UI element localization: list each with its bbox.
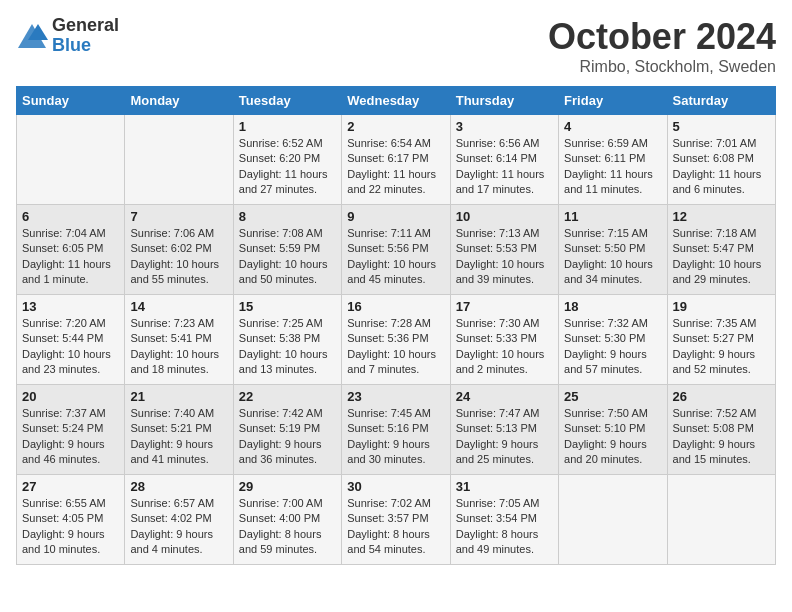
header-cell-thursday: Thursday	[450, 87, 558, 115]
day-info-line: Sunset: 6:20 PM	[239, 152, 320, 164]
day-info-line: Sunrise: 6:59 AM	[564, 137, 648, 149]
day-info: Sunrise: 6:52 AMSunset: 6:20 PMDaylight:…	[239, 136, 336, 198]
day-info-line: Sunset: 5:30 PM	[564, 332, 645, 344]
day-cell: 19Sunrise: 7:35 AMSunset: 5:27 PMDayligh…	[667, 295, 775, 385]
header-row: SundayMondayTuesdayWednesdayThursdayFrid…	[17, 87, 776, 115]
day-info-line: Daylight: 9 hours and 20 minutes.	[564, 438, 647, 465]
day-info-line: Sunrise: 7:25 AM	[239, 317, 323, 329]
day-info-line: Sunset: 5:53 PM	[456, 242, 537, 254]
header-cell-saturday: Saturday	[667, 87, 775, 115]
day-info-line: Daylight: 9 hours and 46 minutes.	[22, 438, 105, 465]
day-info: Sunrise: 7:00 AMSunset: 4:00 PMDaylight:…	[239, 496, 336, 558]
day-info: Sunrise: 7:42 AMSunset: 5:19 PMDaylight:…	[239, 406, 336, 468]
page-header: General Blue October 2024 Rimbo, Stockho…	[16, 16, 776, 76]
day-info-line: Sunrise: 6:54 AM	[347, 137, 431, 149]
day-info-line: Daylight: 11 hours and 17 minutes.	[456, 168, 545, 195]
day-info: Sunrise: 7:04 AMSunset: 6:05 PMDaylight:…	[22, 226, 119, 288]
day-cell	[667, 475, 775, 565]
day-info-line: Sunset: 5:44 PM	[22, 332, 103, 344]
day-info-line: Sunrise: 7:02 AM	[347, 497, 431, 509]
day-info: Sunrise: 7:20 AMSunset: 5:44 PMDaylight:…	[22, 316, 119, 378]
day-number: 16	[347, 299, 444, 314]
day-cell: 25Sunrise: 7:50 AMSunset: 5:10 PMDayligh…	[559, 385, 667, 475]
day-number: 14	[130, 299, 227, 314]
day-number: 11	[564, 209, 661, 224]
day-info-line: Sunset: 3:54 PM	[456, 512, 537, 524]
calendar-header: SundayMondayTuesdayWednesdayThursdayFrid…	[17, 87, 776, 115]
day-number: 9	[347, 209, 444, 224]
day-info-line: Daylight: 10 hours and 23 minutes.	[22, 348, 111, 375]
day-info-line: Daylight: 10 hours and 45 minutes.	[347, 258, 436, 285]
day-cell: 13Sunrise: 7:20 AMSunset: 5:44 PMDayligh…	[17, 295, 125, 385]
day-info: Sunrise: 7:52 AMSunset: 5:08 PMDaylight:…	[673, 406, 770, 468]
day-cell: 8Sunrise: 7:08 AMSunset: 5:59 PMDaylight…	[233, 205, 341, 295]
logo-general-text: General	[52, 16, 119, 36]
calendar-table: SundayMondayTuesdayWednesdayThursdayFrid…	[16, 86, 776, 565]
day-number: 13	[22, 299, 119, 314]
day-info-line: Daylight: 8 hours and 54 minutes.	[347, 528, 430, 555]
day-number: 17	[456, 299, 553, 314]
day-info-line: Sunset: 5:13 PM	[456, 422, 537, 434]
day-info-line: Sunrise: 7:01 AM	[673, 137, 757, 149]
day-cell	[125, 115, 233, 205]
header-cell-tuesday: Tuesday	[233, 87, 341, 115]
day-number: 15	[239, 299, 336, 314]
day-info-line: Sunset: 5:33 PM	[456, 332, 537, 344]
day-cell: 27Sunrise: 6:55 AMSunset: 4:05 PMDayligh…	[17, 475, 125, 565]
day-cell: 7Sunrise: 7:06 AMSunset: 6:02 PMDaylight…	[125, 205, 233, 295]
day-cell: 23Sunrise: 7:45 AMSunset: 5:16 PMDayligh…	[342, 385, 450, 475]
day-info-line: Sunrise: 7:45 AM	[347, 407, 431, 419]
day-info: Sunrise: 7:50 AMSunset: 5:10 PMDaylight:…	[564, 406, 661, 468]
day-info-line: Sunrise: 7:08 AM	[239, 227, 323, 239]
day-info: Sunrise: 6:56 AMSunset: 6:14 PMDaylight:…	[456, 136, 553, 198]
day-cell: 11Sunrise: 7:15 AMSunset: 5:50 PMDayligh…	[559, 205, 667, 295]
logo: General Blue	[16, 16, 119, 56]
day-info-line: Sunset: 5:16 PM	[347, 422, 428, 434]
day-info-line: Sunrise: 6:56 AM	[456, 137, 540, 149]
day-info-line: Daylight: 11 hours and 1 minute.	[22, 258, 111, 285]
day-cell: 29Sunrise: 7:00 AMSunset: 4:00 PMDayligh…	[233, 475, 341, 565]
day-info-line: Daylight: 9 hours and 15 minutes.	[673, 438, 756, 465]
day-info-line: Sunset: 5:08 PM	[673, 422, 754, 434]
day-info-line: Sunrise: 7:47 AM	[456, 407, 540, 419]
day-cell	[559, 475, 667, 565]
day-info-line: Sunset: 6:14 PM	[456, 152, 537, 164]
day-info-line: Sunset: 4:00 PM	[239, 512, 320, 524]
day-info-line: Sunrise: 7:30 AM	[456, 317, 540, 329]
logo-text: General Blue	[52, 16, 119, 56]
day-info: Sunrise: 7:28 AMSunset: 5:36 PMDaylight:…	[347, 316, 444, 378]
day-info: Sunrise: 6:55 AMSunset: 4:05 PMDaylight:…	[22, 496, 119, 558]
day-cell: 20Sunrise: 7:37 AMSunset: 5:24 PMDayligh…	[17, 385, 125, 475]
day-info-line: Sunrise: 7:35 AM	[673, 317, 757, 329]
day-number: 2	[347, 119, 444, 134]
day-info-line: Daylight: 9 hours and 52 minutes.	[673, 348, 756, 375]
day-info-line: Sunset: 5:24 PM	[22, 422, 103, 434]
day-number: 29	[239, 479, 336, 494]
day-info-line: Sunrise: 7:04 AM	[22, 227, 106, 239]
day-number: 7	[130, 209, 227, 224]
day-number: 31	[456, 479, 553, 494]
week-row-3: 13Sunrise: 7:20 AMSunset: 5:44 PMDayligh…	[17, 295, 776, 385]
day-number: 1	[239, 119, 336, 134]
day-info-line: Sunrise: 6:57 AM	[130, 497, 214, 509]
day-cell: 9Sunrise: 7:11 AMSunset: 5:56 PMDaylight…	[342, 205, 450, 295]
day-number: 28	[130, 479, 227, 494]
day-info-line: Sunrise: 6:52 AM	[239, 137, 323, 149]
day-info-line: Daylight: 9 hours and 30 minutes.	[347, 438, 430, 465]
day-cell: 6Sunrise: 7:04 AMSunset: 6:05 PMDaylight…	[17, 205, 125, 295]
day-number: 24	[456, 389, 553, 404]
day-info-line: Sunset: 4:05 PM	[22, 512, 103, 524]
day-number: 19	[673, 299, 770, 314]
month-title: October 2024	[548, 16, 776, 58]
day-info: Sunrise: 7:05 AMSunset: 3:54 PMDaylight:…	[456, 496, 553, 558]
day-info-line: Sunset: 6:05 PM	[22, 242, 103, 254]
day-cell: 14Sunrise: 7:23 AMSunset: 5:41 PMDayligh…	[125, 295, 233, 385]
day-info-line: Sunrise: 7:42 AM	[239, 407, 323, 419]
day-info-line: Sunset: 5:50 PM	[564, 242, 645, 254]
day-info-line: Sunrise: 7:11 AM	[347, 227, 431, 239]
day-info-line: Sunset: 6:02 PM	[130, 242, 211, 254]
day-info-line: Sunrise: 7:05 AM	[456, 497, 540, 509]
day-info-line: Sunrise: 7:00 AM	[239, 497, 323, 509]
header-cell-wednesday: Wednesday	[342, 87, 450, 115]
day-info: Sunrise: 7:02 AMSunset: 3:57 PMDaylight:…	[347, 496, 444, 558]
